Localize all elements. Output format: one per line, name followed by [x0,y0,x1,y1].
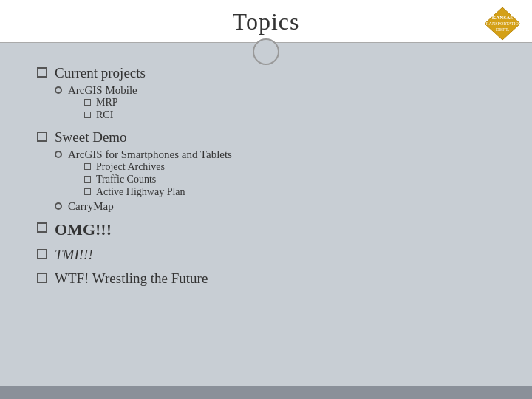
list-item: RCI [84,109,137,121]
bullet-square-icon [37,67,47,78]
list-item: ArcGIS Mobile MRP RCI [55,84,495,122]
svg-text:KANSAS: KANSAS [492,15,514,21]
list-item: MRP [84,97,137,109]
bullet-square-icon [37,249,47,259]
bullet-square-icon [37,222,47,233]
section-tmi: TMI!!! [37,247,495,263]
section-current-projects: Current projects ArcGIS Mobile MRP RCI [37,65,495,122]
header-circle-decoration [253,38,279,65]
section-title-omg: OMG!!! [37,220,495,239]
bullet-small-square-icon [84,163,91,170]
bullet-small-square-icon [84,99,91,106]
bullet-circle-icon [55,151,62,158]
bullet-square-icon [37,132,47,142]
bottom-bar [0,386,532,399]
section-title-wtf: WTF! Wrestling the Future [37,270,495,287]
section-sweet-demo: Sweet Demo ArcGIS for Smartphones and Ta… [37,129,495,213]
bullet-small-square-icon [84,188,91,195]
list-item: Traffic Counts [84,174,232,185]
svg-text:DEPT.: DEPT. [496,27,510,33]
header-area: Topics KANSAS TRANSPORTATION DEPT. [0,0,532,43]
section-title-current-projects: Current projects [37,65,495,81]
bullet-small-square-icon [84,112,91,118]
bullet-circle-icon [55,202,62,210]
bullet-small-square-icon [84,176,91,183]
bullet-circle-icon [55,86,62,94]
slide-title: Topics [233,8,300,35]
list-item: Project Archives [84,161,232,173]
content-area: Current projects ArcGIS Mobile MRP RCI [0,43,532,386]
svg-text:TRANSPORTATION: TRANSPORTATION [483,21,522,26]
section-omg: OMG!!! [37,220,495,239]
list-item: Active Highway Plan [84,186,232,198]
section-content-sweet-demo: ArcGIS for Smartphones and Tablets Proje… [55,149,495,213]
bullet-square-icon [37,273,47,283]
section-content-current-projects: ArcGIS Mobile MRP RCI [55,84,495,122]
list-item: CarryMap [55,200,495,213]
logo: KANSAS TRANSPORTATION DEPT. [483,6,522,41]
list-item: ArcGIS for Smartphones and Tablets Proje… [55,149,495,199]
section-title-sweet-demo: Sweet Demo [37,129,495,146]
section-wtf: WTF! Wrestling the Future [37,270,495,287]
slide-container: Topics KANSAS TRANSPORTATION DEPT. Curre… [0,0,532,399]
section-title-tmi: TMI!!! [37,247,495,263]
